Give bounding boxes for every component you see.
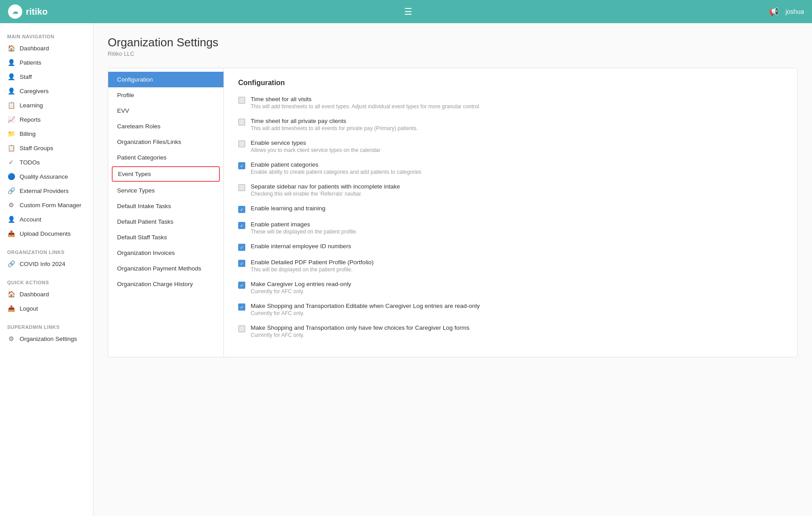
sidebar-item-staff[interactable]: 👤 Staff — [0, 70, 93, 84]
page-title: Organization Settings — [108, 36, 798, 49]
sidebar-item-custom-form-manager[interactable]: ⚙ Custom Form Manager — [0, 198, 93, 212]
config-item-8: ✓ Enable Detailed PDF Patient Profile (P… — [238, 259, 783, 273]
external-providers-icon: 🔗 — [7, 187, 15, 194]
checkbox-5[interactable]: ✓ — [238, 206, 245, 213]
config-label-8: Enable Detailed PDF Patient Profile (Por… — [251, 259, 374, 266]
sidebar-item-label: Quality Assurance — [20, 173, 68, 180]
checkbox-3[interactable]: ✓ — [238, 162, 245, 169]
config-item-4: Separate sidebar nav for patients with i… — [238, 183, 783, 197]
sidebar-item-label: Caregivers — [20, 88, 49, 94]
topnav-right: 📢 joshua — [769, 7, 804, 16]
config-label-11: Make Shopping and Transportation only ha… — [251, 324, 470, 331]
custom-form-icon: ⚙ — [7, 201, 15, 209]
qa-icon: 🔵 — [7, 173, 15, 180]
home-icon-2: 🏠 — [7, 291, 15, 298]
staff-groups-icon: 📋 — [7, 144, 15, 152]
left-menu-item-evv[interactable]: EVV — [108, 103, 223, 119]
learning-icon: 📋 — [7, 102, 15, 109]
billing-icon: 📁 — [7, 130, 15, 137]
left-menu-item-org-payment-methods[interactable]: Organization Payment Methods — [108, 261, 223, 276]
sidebar-item-org-settings[interactable]: ⚙ Organization Settings — [0, 332, 93, 346]
quick-actions-label: Quick Actions — [0, 276, 93, 287]
sidebar-item-reports[interactable]: 📈 Reports — [0, 112, 93, 127]
logo[interactable]: ☁ ritiko — [8, 4, 48, 19]
left-menu-item-patient-categories[interactable]: Patient Categories — [108, 150, 223, 165]
right-panel: Configuration Time sheet for all visits … — [224, 68, 797, 357]
config-desc-6: These will be displayed on the patient p… — [251, 229, 357, 235]
sidebar-item-external-providers[interactable]: 🔗 External Providers — [0, 184, 93, 198]
sidebar-item-label: Patients — [20, 59, 41, 66]
config-item-10: ✓ Make Shopping and Transportation Edita… — [238, 303, 783, 316]
link-icon: 🔗 — [7, 260, 15, 267]
checkbox-8[interactable]: ✓ — [238, 260, 245, 267]
sidebar-item-patients[interactable]: 👤 Patients — [0, 55, 93, 70]
checkbox-11[interactable] — [238, 325, 245, 332]
sidebar: Main Navigation 🏠 Dashboard 👤 Patients 👤… — [0, 23, 93, 516]
sidebar-item-dashboard[interactable]: 🏠 Dashboard — [0, 41, 93, 55]
config-label-3: Enable patient categories — [251, 161, 422, 168]
config-label-9: Make Caregiver Log entries read-only — [251, 281, 351, 287]
left-menu-item-event-types[interactable]: Event Types — [112, 166, 220, 182]
sidebar-item-todos[interactable]: ✓ TODOs — [0, 155, 93, 169]
sidebar-item-logout[interactable]: 📤 Logout — [0, 301, 93, 315]
sidebar-item-caregivers[interactable]: 👤 Caregivers — [0, 84, 93, 98]
sidebar-item-label: Upload Documents — [20, 230, 71, 237]
notification-icon[interactable]: 📢 — [769, 7, 779, 16]
staff-icon: 👤 — [7, 73, 15, 80]
left-menu-item-configuration[interactable]: Configuration — [108, 72, 223, 87]
left-menu-item-careteam-roles[interactable]: Careteam Roles — [108, 119, 223, 134]
checkbox-1[interactable] — [238, 119, 245, 126]
checkbox-10[interactable]: ✓ — [238, 303, 245, 311]
config-desc-11: Currently for AFC only. — [251, 332, 470, 338]
sidebar-item-billing[interactable]: 📁 Billing — [0, 127, 93, 141]
config-item-0: Time sheet for all visits This will add … — [238, 96, 783, 110]
config-item-9: ✓ Make Caregiver Log entries read-only C… — [238, 281, 783, 295]
left-menu-item-default-staff-tasks[interactable]: Default Staff Tasks — [108, 229, 223, 245]
left-menu-item-org-invoices[interactable]: Organization Invoices — [108, 245, 223, 261]
sidebar-item-staff-groups[interactable]: 📋 Staff Groups — [0, 141, 93, 155]
config-desc-10: Currently for AFC only. — [251, 310, 480, 316]
sidebar-item-quality-assurance[interactable]: 🔵 Quality Assurance — [0, 169, 93, 184]
config-item-2: Enable service types Allows you to mark … — [238, 139, 783, 153]
sidebar-item-covid-info[interactable]: 🔗 COVID Info 2024 — [0, 257, 93, 271]
left-panel: Configuration Profile EVV Careteam Roles… — [108, 68, 224, 357]
checkbox-0[interactable] — [238, 97, 245, 104]
config-item-5: ✓ Enable learning and training — [238, 205, 783, 213]
config-item-11: Make Shopping and Transportation only ha… — [238, 324, 783, 338]
logo-icon: ☁ — [8, 4, 22, 19]
hamburger-button[interactable]: ☰ — [404, 6, 412, 17]
left-menu-item-org-charge-history[interactable]: Organization Charge History — [108, 276, 223, 292]
sidebar-item-label: Logout — [20, 305, 38, 312]
left-menu-item-profile[interactable]: Profile — [108, 87, 223, 103]
sidebar-item-learning[interactable]: 📋 Learning — [0, 98, 93, 112]
checkbox-6[interactable]: ✓ — [238, 222, 245, 229]
config-section-title: Configuration — [238, 79, 783, 87]
sidebar-item-label: Staff Groups — [20, 145, 53, 152]
left-menu-item-service-types[interactable]: Service Types — [108, 183, 223, 198]
left-menu-item-org-files[interactable]: Organization Files/Links — [108, 134, 223, 150]
left-menu-item-default-intake-tasks[interactable]: Default Intake Tasks — [108, 198, 223, 214]
config-desc-2: Allows you to mark client service types … — [251, 147, 380, 153]
config-desc-9: Currently for AFC only. — [251, 288, 351, 295]
sidebar-item-label: COVID Info 2024 — [20, 261, 65, 267]
sidebar-item-upload-documents[interactable]: 📤 Upload Documents — [0, 226, 93, 241]
checkbox-9[interactable]: ✓ — [238, 282, 245, 289]
checkbox-7[interactable]: ✓ — [238, 244, 245, 251]
user-name[interactable]: joshua — [786, 8, 804, 15]
todos-icon: ✓ — [7, 159, 15, 166]
patients-icon: 👤 — [7, 59, 15, 66]
sidebar-item-label: Billing — [20, 131, 36, 137]
sidebar-item-label: Reports — [20, 116, 41, 123]
left-menu-item-default-patient-tasks[interactable]: Default Patient Tasks — [108, 214, 223, 229]
sidebar-item-label: Staff — [20, 74, 32, 80]
topnav: ☁ ritiko ☰ 📢 joshua — [0, 0, 812, 23]
checkbox-4[interactable] — [238, 184, 245, 191]
sidebar-item-label: TODOs — [20, 159, 40, 166]
sidebar-item-account[interactable]: 👤 Account — [0, 212, 93, 226]
checkbox-2[interactable] — [238, 140, 245, 147]
sidebar-item-label: External Providers — [20, 188, 69, 194]
config-label-5: Enable learning and training — [251, 205, 325, 212]
home-icon: 🏠 — [7, 45, 15, 52]
config-desc-8: This will be displayed on the patient pr… — [251, 266, 374, 273]
sidebar-item-qa-dashboard[interactable]: 🏠 Dashboard — [0, 287, 93, 301]
